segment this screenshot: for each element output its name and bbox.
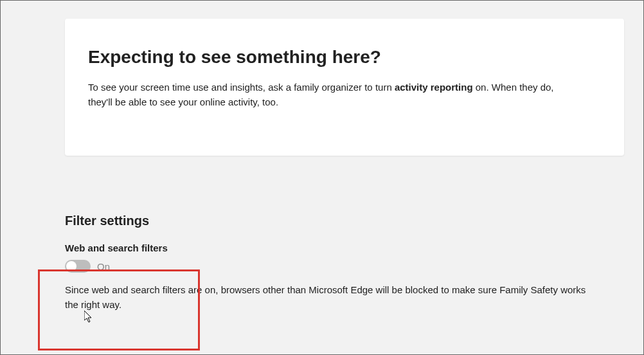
info-card: Expecting to see something here? To see … — [65, 19, 624, 156]
card-title: Expecting to see something here? — [88, 47, 601, 68]
web-search-filters-toggle[interactable] — [65, 260, 91, 273]
toggle-state-label: On — [97, 261, 110, 272]
filter-description: Since web and search filters are on, bro… — [65, 283, 592, 312]
filter-settings-section: Filter settings Web and search filters O… — [65, 214, 624, 312]
card-text: To see your screen time use and insights… — [88, 80, 564, 109]
card-text-strong: activity reporting — [395, 82, 473, 93]
web-search-filters-label: Web and search filters — [65, 242, 624, 253]
cursor-icon — [84, 311, 94, 326]
toggle-knob — [66, 261, 76, 271]
filter-settings-title: Filter settings — [65, 214, 624, 228]
toggle-row: On — [65, 260, 624, 273]
card-text-before: To see your screen time use and insights… — [88, 82, 395, 93]
